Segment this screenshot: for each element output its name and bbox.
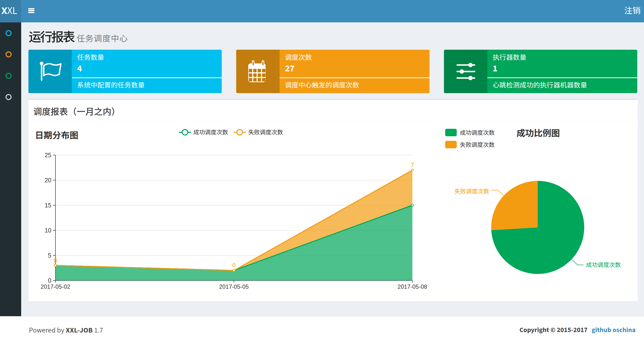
svg-text:成功调度次数: 成功调度次数 <box>586 262 620 268</box>
svg-text:失败调度次数: 失败调度次数 <box>454 188 489 195</box>
svg-text:2017-05-08: 2017-05-08 <box>398 283 427 290</box>
svg-text:25: 25 <box>44 152 51 158</box>
svg-text:10: 10 <box>44 227 51 234</box>
svg-text:成功比例图: 成功比例图 <box>516 128 560 138</box>
svg-text:0: 0 <box>54 257 57 264</box>
svg-text:5: 5 <box>48 252 51 259</box>
svg-text:20: 20 <box>44 177 51 184</box>
svg-text:2017-05-05: 2017-05-05 <box>219 283 249 290</box>
svg-text:成功调度次数: 成功调度次数 <box>460 130 494 136</box>
svg-text:15: 15 <box>44 202 51 209</box>
svg-text:失败调度次数: 失败调度次数 <box>248 129 283 136</box>
svg-text:失败调度次数: 失败调度次数 <box>460 142 494 148</box>
svg-text:日期分布图: 日期分布图 <box>35 130 78 140</box>
svg-text:0: 0 <box>232 262 236 268</box>
svg-text:7: 7 <box>411 162 414 168</box>
svg-text:2017-05-02: 2017-05-02 <box>41 283 70 290</box>
svg-text:成功调度次数: 成功调度次数 <box>193 129 228 136</box>
svg-text:0: 0 <box>48 277 51 284</box>
